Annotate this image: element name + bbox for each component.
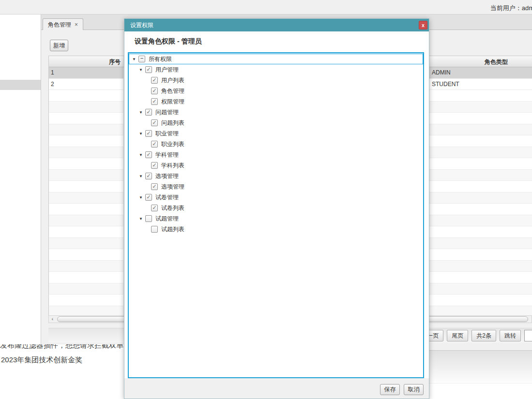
cell-seq: 1 [49,67,124,78]
dialog-title: 设置权限 [130,21,153,30]
cancel-button[interactable]: 取消 [404,384,424,395]
dialog-subtitle: 设置角色权限 - 管理员 [135,37,201,46]
tree-checkbox[interactable]: ✓ [151,141,158,148]
tree-checkbox[interactable] [151,226,158,233]
tree-expand-arrow-icon[interactable]: ▼ [139,153,145,157]
save-button[interactable]: 保存 [380,384,400,395]
tree-row[interactable]: ▼✓用户管理 [129,64,423,75]
tree-checkbox[interactable]: ✓ [145,66,152,73]
tree-row[interactable]: ▼✓职业管理 [129,128,423,139]
footer-line-1: 发布隆过滤器插件，想想请求拦截双单 [0,344,125,350]
tree-row[interactable]: ▼✓问题管理 [129,107,423,118]
tree-checkbox[interactable] [145,215,152,222]
tree-checkbox[interactable]: ✓ [151,119,158,126]
tree-node-label[interactable]: 角色管理 [161,87,184,95]
footer-gradient-strip [429,350,532,384]
add-button[interactable]: 新增 [50,40,68,51]
tree-row[interactable]: ✓学科列表 [129,160,423,171]
tree-expand-arrow-icon[interactable]: ▼ [139,132,145,136]
tree-row[interactable]: ✓用户列表 [129,75,423,86]
page-footer-text: 发布隆过滤器插件，想想请求拦截双单 2023年集团技术创新金奖 [0,344,125,399]
tree-node-label[interactable]: 用户列表 [161,76,184,85]
tree-checkbox[interactable]: – [138,56,145,62]
cell-seq: 2 [49,79,124,90]
tree-checkbox[interactable]: ✓ [151,88,158,94]
scroll-left-arrow-icon[interactable]: ‹ [49,316,56,323]
tree-row[interactable]: ▼–所有权限 [129,54,423,64]
tree-row[interactable]: ✓权限管理 [129,96,423,107]
tree-node-label[interactable]: 选项管理 [161,183,184,191]
column-header-seq[interactable]: 序号 [49,56,124,67]
tree-expand-arrow-icon[interactable]: ▼ [132,57,138,61]
tree-node-label[interactable]: 选项管理 [155,172,179,180]
dialog-footer: 保存 取消 [124,378,429,399]
footer-line-2: 2023年集团技术创新金奖 [1,355,125,365]
top-bar: 当前用户：adm [0,0,532,15]
cell-role-type: ADMIN [429,67,532,78]
jump-button[interactable]: 跳转 [500,330,521,341]
tab-label: 角色管理 [48,21,71,29]
tree-node-label[interactable]: 职业列表 [161,140,184,148]
tree-node-label[interactable]: 学科列表 [161,162,184,170]
tree-row[interactable]: ▼✓学科管理 [129,149,423,160]
tree-expand-arrow-icon[interactable]: ▼ [139,174,145,178]
sidebar-selected-item[interactable] [0,80,41,90]
tree-expand-arrow-icon[interactable]: ▼ [139,195,145,200]
tree-row[interactable]: ✓角色管理 [129,86,423,96]
tree-checkbox[interactable]: ✓ [145,173,152,179]
pagination-buttons: 下一页尾页共2条跳转 [416,330,532,341]
total-count-button[interactable]: 共2条 [471,330,496,341]
permissions-tree: ▼–所有权限▼✓用户管理✓用户列表✓角色管理✓权限管理▼✓问题管理✓问题列表▼✓… [128,52,424,378]
tree-row[interactable]: ✓选项管理 [129,181,423,192]
tree-node-label[interactable]: 用户管理 [155,66,179,74]
tree-row[interactable]: 试题列表 [129,224,423,235]
tree-expand-arrow-icon[interactable]: ▼ [139,68,145,72]
tree-node-label[interactable]: 试卷管理 [155,193,179,202]
tree-checkbox[interactable]: ✓ [145,109,152,116]
tree-checkbox[interactable]: ✓ [151,98,158,105]
tree-checkbox[interactable]: ✓ [145,130,152,137]
tree-node-label[interactable]: 所有权限 [149,55,172,63]
tree-node-label[interactable]: 职业管理 [155,130,179,138]
tree-node-label[interactable]: 学科管理 [155,151,179,159]
tree-node-label[interactable]: 试题列表 [161,225,184,234]
last-page-button[interactable]: 尾页 [447,330,468,341]
tree-node-label[interactable]: 问题列表 [161,119,184,127]
tree-node-label[interactable]: 问题管理 [155,108,179,117]
tab-role-management[interactable]: 角色管理 × [43,18,83,30]
cell-role-type: STUDENT [429,79,532,90]
tree-checkbox[interactable]: ✓ [145,151,152,158]
tree-expand-arrow-icon[interactable]: ▼ [139,217,145,221]
tree-node-label[interactable]: 试卷列表 [161,204,184,212]
tree-row[interactable]: ✓职业列表 [129,139,423,149]
tree-checkbox[interactable]: ✓ [145,194,152,201]
tree-checkbox[interactable]: ✓ [151,183,158,190]
tab-close-icon[interactable]: × [75,22,78,28]
tree-checkbox[interactable]: ✓ [151,205,158,211]
tree-checkbox[interactable]: ✓ [151,162,158,169]
tree-row[interactable]: ▼✓选项管理 [129,171,423,181]
tree-node-label[interactable]: 试题管理 [155,215,179,223]
current-user-label: 当前用户：adm [490,4,532,13]
column-header-role-type[interactable]: 角色类型 [429,56,532,67]
tree-row[interactable]: ▼试题管理 [129,213,423,224]
set-permissions-dialog: 设置权限 x 设置角色权限 - 管理员 ▼–所有权限▼✓用户管理✓用户列表✓角色… [124,18,429,399]
tree-node-label[interactable]: 权限管理 [161,98,184,106]
dialog-close-button[interactable]: x [419,21,427,30]
tree-expand-arrow-icon[interactable]: ▼ [139,110,145,115]
tree-row[interactable]: ✓问题列表 [129,118,423,128]
left-sidebar [0,15,41,347]
tree-row[interactable]: ▼✓试卷管理 [129,192,423,203]
dialog-titlebar[interactable]: 设置权限 x [124,19,429,31]
jump-page-input[interactable] [524,330,532,341]
tree-row[interactable]: ✓试卷列表 [129,203,423,213]
tree-checkbox[interactable]: ✓ [151,77,158,84]
